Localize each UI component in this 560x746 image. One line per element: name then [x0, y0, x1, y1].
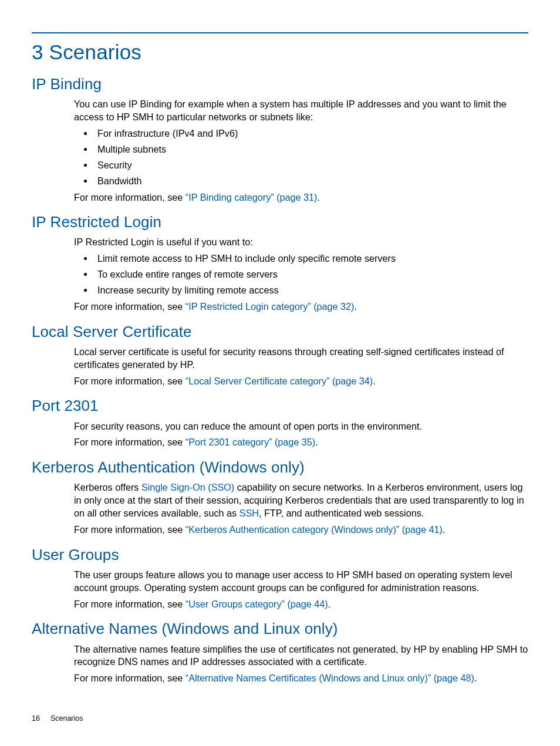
chapter-title: 3 Scenarios [32, 32, 528, 66]
section-heading-ip-binding: IP Binding [32, 74, 528, 94]
cross-reference-link[interactable]: “Port 2301 category” (page 35) [185, 437, 315, 447]
text: For more information, see [74, 376, 185, 386]
paragraph: For more information, see “User Groups c… [74, 598, 528, 611]
section-body-ip-binding: You can use IP Binding for example when … [74, 98, 528, 204]
section-body-alt-names: The alternative names feature simplifies… [74, 643, 528, 686]
cross-reference-link[interactable]: “Local Server Certificate category” (pag… [185, 376, 373, 386]
section-body-ip-restricted: IP Restricted Login is useful if you wan… [74, 236, 528, 313]
paragraph: For more information, see “Alternative N… [74, 672, 528, 685]
section-heading-local-cert: Local Server Certificate [32, 322, 528, 342]
text: For more information, see [74, 599, 185, 609]
paragraph: You can use IP Binding for example when … [74, 98, 528, 124]
page-number: 16 [32, 714, 40, 723]
list-item: Bandwidth [94, 175, 528, 188]
section-heading-kerberos: Kerberos Authentication (Windows only) [32, 457, 528, 478]
text: . [373, 376, 376, 386]
cross-reference-link[interactable]: “Alternative Names Certificates (Windows… [185, 673, 474, 683]
text: . [328, 599, 331, 609]
text: For more information, see [74, 192, 185, 202]
section-heading-user-groups: User Groups [32, 545, 528, 565]
document-page: 3 Scenarios IP Binding You can use IP Bi… [0, 0, 560, 746]
section-heading-port-2301: Port 2301 [32, 396, 528, 416]
cross-reference-link[interactable]: “IP Binding category” (page 31) [185, 192, 318, 202]
paragraph: For more information, see “Local Server … [74, 375, 528, 388]
text: Kerberos offers [74, 482, 141, 492]
text: . [474, 673, 477, 683]
list-item: Security [94, 159, 528, 172]
list-item: To exclude entire ranges of remote serve… [94, 268, 528, 281]
paragraph: Kerberos offers Single Sign-On (SSO) cap… [74, 481, 528, 520]
section-body-local-cert: Local server certificate is useful for s… [74, 346, 528, 388]
cross-reference-link[interactable]: “IP Restricted Login category” (page 32) [185, 301, 355, 312]
page-footer: 16Scenarios [32, 714, 83, 724]
text: , FTP, and authenticated web sessions. [259, 508, 424, 518]
text: For more information, see [74, 524, 185, 535]
bullet-list: For infrastructure (IPv4 and IPv6) Multi… [74, 127, 528, 187]
paragraph: IP Restricted Login is useful if you wan… [74, 236, 528, 249]
paragraph: For more information, see “IP Restricted… [74, 301, 528, 313]
text: For more information, see [74, 301, 185, 312]
text: For more information, see [74, 673, 185, 683]
text: . [443, 524, 446, 535]
paragraph: For more information, see “IP Binding ca… [74, 191, 528, 204]
section-body-kerberos: Kerberos offers Single Sign-On (SSO) cap… [74, 481, 528, 536]
bullet-list: Limit remote access to HP SMH to include… [74, 252, 528, 297]
list-item: Multiple subnets [94, 143, 528, 156]
paragraph: For security reasons, you can reduce the… [74, 420, 528, 433]
section-heading-ip-restricted: IP Restricted Login [32, 212, 528, 232]
paragraph: The user groups feature allows you to ma… [74, 569, 528, 595]
text: For more information, see [74, 437, 185, 447]
paragraph: For more information, see “Port 2301 cat… [74, 436, 528, 449]
paragraph: Local server certificate is useful for s… [74, 346, 528, 372]
text: . [354, 301, 357, 312]
footer-chapter-label: Scenarios [50, 714, 83, 723]
section-body-user-groups: The user groups feature allows you to ma… [74, 569, 528, 611]
cross-reference-link[interactable]: “User Groups category” (page 44) [185, 599, 328, 609]
section-body-port-2301: For security reasons, you can reduce the… [74, 420, 528, 450]
text: . [318, 192, 321, 202]
glossary-link-ssh[interactable]: SSH [239, 508, 259, 518]
section-heading-alt-names: Alternative Names (Windows and Linux onl… [32, 619, 528, 639]
paragraph: The alternative names feature simplifies… [74, 643, 528, 669]
text: . [315, 437, 318, 447]
cross-reference-link[interactable]: “Kerberos Authentication category (Windo… [185, 524, 443, 535]
glossary-link-sso[interactable]: Single Sign-On (SSO) [141, 482, 234, 492]
paragraph: For more information, see “Kerberos Auth… [74, 524, 528, 536]
list-item: For infrastructure (IPv4 and IPv6) [94, 127, 528, 140]
list-item: Increase security by limiting remote acc… [94, 284, 528, 297]
list-item: Limit remote access to HP SMH to include… [94, 252, 528, 265]
